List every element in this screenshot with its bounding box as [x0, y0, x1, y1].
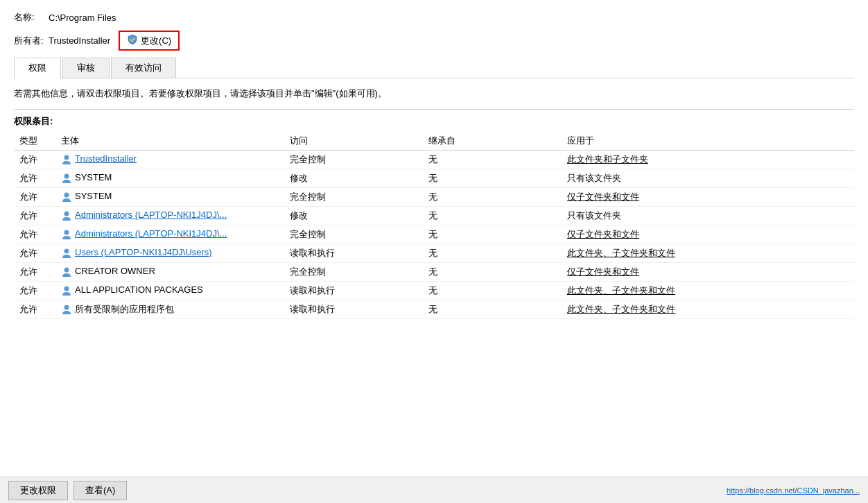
- cell-apply: 仅子文件夹和文件: [562, 262, 854, 281]
- cell-inherit: 无: [423, 225, 562, 244]
- cell-access: 读取和执行: [284, 281, 423, 300]
- cell-type: 允许: [14, 281, 55, 300]
- cell-apply: 仅子文件夹和文件: [562, 187, 854, 206]
- name-value: C:\Program Files: [49, 12, 116, 23]
- table-row[interactable]: 允许 Administrators (LAPTOP-NKI1J4DJ\...完全…: [14, 225, 854, 244]
- svg-point-4: [64, 230, 69, 235]
- tab-effective-access[interactable]: 有效访问: [111, 58, 176, 78]
- name-label: 名称:: [14, 11, 49, 24]
- user-icon: [61, 266, 75, 276]
- cell-access: 完全控制: [284, 150, 423, 169]
- col-access: 访问: [284, 132, 423, 151]
- cell-inherit: 无: [423, 169, 562, 187]
- cell-apply: 仅子文件夹和文件: [562, 225, 854, 244]
- svg-point-5: [64, 248, 69, 253]
- table-row[interactable]: 允许 所有受限制的应用程序包读取和执行无此文件夹、子文件夹和文件: [14, 300, 854, 318]
- change-btn-label: 更改(C): [141, 35, 171, 47]
- col-inherit: 继承自: [423, 132, 562, 151]
- subject-text: Users (LAPTOP-NKI1J4DJ\Users): [75, 247, 212, 257]
- svg-point-8: [64, 305, 69, 310]
- table-row[interactable]: 允许 SYSTEM修改无只有该文件夹: [14, 169, 854, 187]
- cell-inherit: 无: [423, 300, 562, 318]
- subject-text: SYSTEM: [75, 191, 112, 201]
- cell-apply: 此文件夹和子文件夹: [562, 150, 854, 169]
- cell-access: 读取和执行: [284, 300, 423, 318]
- cell-subject: Administrators (LAPTOP-NKI1J4DJ\...: [55, 206, 284, 225]
- subject-text: CREATOR OWNER: [75, 266, 155, 276]
- view-button[interactable]: 查看(A): [73, 481, 127, 500]
- url-text[interactable]: https://blog.csdn.net/CSDN_javazhan...: [727, 486, 860, 495]
- user-icon: [61, 247, 75, 257]
- name-row: 名称: C:\Program Files: [14, 11, 854, 24]
- user-icon: [61, 228, 75, 239]
- cell-inherit: 无: [423, 150, 562, 169]
- cell-inherit: 无: [423, 262, 562, 281]
- cell-type: 允许: [14, 244, 55, 262]
- col-type: 类型: [14, 132, 55, 151]
- user-icon: [61, 284, 75, 295]
- cell-apply: 此文件夹、子文件夹和文件: [562, 300, 854, 318]
- cell-type: 允许: [14, 206, 55, 225]
- description-text: 若需其他信息，请双击权限项目。若要修改权限项目，请选择该项目并单击"编辑"(如果…: [14, 87, 854, 101]
- svg-point-2: [64, 192, 69, 197]
- cell-access: 完全控制: [284, 225, 423, 244]
- cell-access: 完全控制: [284, 187, 423, 206]
- cell-subject: 所有受限制的应用程序包: [55, 300, 284, 318]
- table-row[interactable]: 允许 ALL APPLICATION PACKAGES读取和执行无此文件夹、子文…: [14, 281, 854, 300]
- cell-inherit: 无: [423, 244, 562, 262]
- table-row[interactable]: 允许 Administrators (LAPTOP-NKI1J4DJ\...修改…: [14, 206, 854, 225]
- col-apply: 应用于: [562, 132, 854, 151]
- cell-inherit: 无: [423, 187, 562, 206]
- owner-label: 所有者:: [14, 35, 49, 47]
- cell-subject: Users (LAPTOP-NKI1J4DJ\Users): [55, 244, 284, 262]
- cell-subject: SYSTEM: [55, 187, 284, 206]
- svg-point-6: [64, 267, 69, 272]
- user-icon: [61, 172, 75, 182]
- user-icon: [61, 153, 75, 164]
- svg-point-1: [64, 173, 69, 178]
- shield-icon: [127, 34, 138, 47]
- cell-type: 允许: [14, 187, 55, 206]
- cell-subject: Administrators (LAPTOP-NKI1J4DJ\...: [55, 225, 284, 244]
- table-row[interactable]: 允许 CREATOR OWNER完全控制无仅子文件夹和文件: [14, 262, 854, 281]
- change-owner-button[interactable]: 更改(C): [119, 31, 180, 51]
- bottom-bar: 更改权限 查看(A) https://blog.csdn.net/CSDN_ja…: [0, 477, 868, 503]
- cell-access: 读取和执行: [284, 244, 423, 262]
- cell-subject: ALL APPLICATION PACKAGES: [55, 281, 284, 300]
- cell-inherit: 无: [423, 281, 562, 300]
- change-permissions-button[interactable]: 更改权限: [8, 481, 68, 500]
- main-panel: 名称: C:\Program Files 所有者: TrustedInstall…: [0, 0, 868, 503]
- tab-audit[interactable]: 审核: [62, 58, 110, 78]
- cell-type: 允许: [14, 225, 55, 244]
- cell-subject: SYSTEM: [55, 169, 284, 187]
- subject-text: Administrators (LAPTOP-NKI1J4DJ\...: [75, 228, 227, 239]
- divider: [14, 109, 854, 110]
- tab-permissions[interactable]: 权限: [14, 58, 61, 78]
- table-row[interactable]: 允许 TrustedInstaller完全控制无此文件夹和子文件夹: [14, 150, 854, 169]
- subject-text: TrustedInstaller: [75, 153, 137, 164]
- owner-row: 所有者: TrustedInstaller 更改(C): [14, 31, 854, 51]
- cell-subject: TrustedInstaller: [55, 150, 284, 169]
- tabs-row: 权限 审核 有效访问: [14, 58, 854, 78]
- owner-value: TrustedInstaller: [49, 35, 110, 46]
- cell-access: 修改: [284, 169, 423, 187]
- subject-text: SYSTEM: [75, 172, 112, 182]
- svg-point-0: [64, 155, 69, 160]
- cell-inherit: 无: [423, 206, 562, 225]
- cell-access: 修改: [284, 206, 423, 225]
- subject-text: Administrators (LAPTOP-NKI1J4DJ\...: [75, 210, 227, 220]
- bottom-buttons: 更改权限 查看(A): [8, 481, 127, 500]
- table-row[interactable]: 允许 SYSTEM完全控制无仅子文件夹和文件: [14, 187, 854, 206]
- svg-point-3: [64, 211, 69, 216]
- permissions-table: 类型 主体 访问 继承自 应用于 允许 TrustedInstaller完全控制…: [14, 132, 854, 319]
- table-row[interactable]: 允许 Users (LAPTOP-NKI1J4DJ\Users)读取和执行无此文…: [14, 244, 854, 262]
- cell-subject: CREATOR OWNER: [55, 262, 284, 281]
- svg-point-7: [64, 286, 69, 291]
- cell-apply: 只有该文件夹: [562, 169, 854, 187]
- subject-text: 所有受限制的应用程序包: [75, 304, 174, 314]
- cell-apply: 只有该文件夹: [562, 206, 854, 225]
- col-subject: 主体: [55, 132, 284, 151]
- user-icon: [61, 304, 75, 314]
- section-title: 权限条目:: [14, 115, 854, 128]
- cell-apply: 此文件夹、子文件夹和文件: [562, 281, 854, 300]
